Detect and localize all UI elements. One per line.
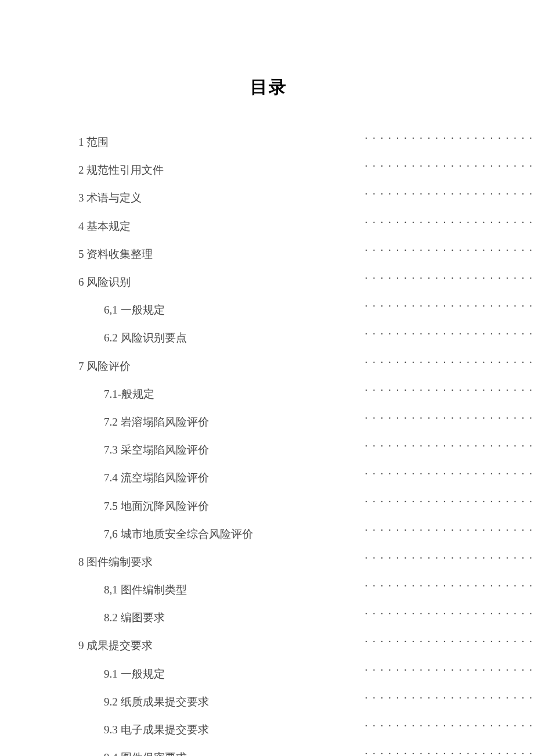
toc-entry: 6.2 风险识别要点.5 (78, 321, 534, 348)
toc-entry: 9.4 图件保密要求20 (78, 740, 534, 756)
toc-entry: 7 风险评价.6 (78, 349, 534, 377)
toc-leader-dots (365, 237, 534, 265)
toc-leader-dots (365, 293, 534, 321)
toc-entry-label: 7.5 地面沉降风险评价 (78, 488, 365, 516)
toc-leader-dots (365, 405, 534, 433)
toc-entry: 9.3 电子成果提交要求19 (78, 712, 534, 740)
toc-entry-label: 8.2 编图要求 (78, 600, 365, 628)
toc-leader-dots (365, 600, 534, 628)
toc-entry: 4 基本规定.3 (78, 209, 534, 237)
toc-entry: 7.1-般规定,6 (78, 377, 534, 405)
toc-leader-dots (365, 488, 534, 516)
toc-entry-label: 7.4 流空塌陷风险评价 (78, 460, 365, 488)
toc-entry: 5 资料收集整理,4 (78, 237, 534, 265)
toc-entry-label: 7.2 岩溶塌陷风险评价 (78, 405, 365, 433)
toc-entry-label: 9.1 一般规定 (78, 657, 365, 685)
toc-entry-label: 8 图件编制要求 (78, 545, 365, 573)
toc-entry: 9.1 一般规定18 (78, 657, 534, 685)
toc-entry: 6 风险识别.5 (78, 265, 534, 293)
toc-leader-dots (365, 740, 534, 756)
toc-entry-label: 7.3 采空塌陷风险评价 (78, 433, 365, 460)
toc-leader-dots (365, 657, 534, 685)
toc-entry-label: 3 术语与定义 (78, 181, 365, 208)
toc-entry-label: 7,6 城市地质安全综合风险评价 (78, 517, 365, 545)
toc-leader-dots (365, 377, 534, 405)
toc-entry: 9 成果提交要求18 (78, 628, 534, 656)
toc-leader-dots (365, 265, 534, 293)
toc-entry: 6,1 一般规定,5 (78, 293, 534, 321)
toc-entry: 7.5 地面沉降风险评价11 (78, 488, 534, 516)
toc-leader-dots (365, 685, 534, 712)
toc-entry-label: 9 成果提交要求 (78, 628, 365, 656)
toc-entry: 8,1 图件编制类型15 (78, 573, 534, 600)
toc-entry: 7,6 城市地质安全综合风险评价13 (78, 517, 534, 545)
toc-entry-label: 9.3 电子成果提交要求 (78, 712, 365, 740)
toc-leader-dots (365, 321, 534, 348)
toc-entry-label: 1 范围 (78, 125, 365, 153)
toc-entry-label: 8,1 图件编制类型 (78, 573, 365, 600)
toc-leader-dots (365, 545, 534, 573)
toc-leader-dots (365, 153, 534, 181)
toc-title: 目录 (78, 75, 459, 99)
toc-entry: 2 规范性引用文件.1 (78, 153, 534, 181)
toc-entry: 8 图件编制要求15 (78, 545, 534, 573)
toc-list: 1 范围12 规范性引用文件.13 术语与定义.14 基本规定.35 资料收集整… (78, 125, 534, 756)
toc-entry-label: 7.1-般规定 (78, 377, 365, 405)
toc-entry-label: 6.2 风险识别要点 (78, 321, 365, 348)
toc-leader-dots (365, 181, 534, 208)
toc-leader-dots (365, 573, 534, 600)
toc-entry: 9.2 纸质成果提交要求18 (78, 685, 534, 712)
toc-entry: 7.2 岩溶塌陷风险评价.6 (78, 405, 534, 433)
document-page: 目录 1 范围12 规范性引用文件.13 术语与定义.14 基本规定.35 资料… (0, 0, 534, 756)
toc-leader-dots (365, 517, 534, 545)
toc-entry: 7.3 采空塌陷风险评价.9 (78, 433, 534, 460)
toc-entry: 7.4 流空塌陷风险评价.9 (78, 460, 534, 488)
toc-leader-dots (365, 209, 534, 237)
toc-entry: 3 术语与定义.1 (78, 181, 534, 208)
toc-entry-label: 6 风险识别 (78, 265, 365, 293)
toc-entry-label: 2 规范性引用文件 (78, 153, 365, 181)
toc-entry: 1 范围1 (78, 125, 534, 153)
toc-entry-label: 9.2 纸质成果提交要求 (78, 685, 365, 712)
toc-entry: 8.2 编图要求17 (78, 600, 534, 628)
toc-leader-dots (365, 712, 534, 740)
toc-entry-label: 6,1 一般规定 (78, 293, 365, 321)
toc-leader-dots (365, 433, 534, 460)
toc-entry-label: 9.4 图件保密要求 (78, 740, 365, 756)
toc-leader-dots (365, 349, 534, 377)
toc-leader-dots (365, 628, 534, 656)
toc-leader-dots (365, 460, 534, 488)
toc-entry-label: 4 基本规定 (78, 209, 365, 237)
toc-entry-label: 7 风险评价 (78, 349, 365, 377)
toc-leader-dots (365, 125, 534, 153)
toc-entry-label: 5 资料收集整理 (78, 237, 365, 265)
